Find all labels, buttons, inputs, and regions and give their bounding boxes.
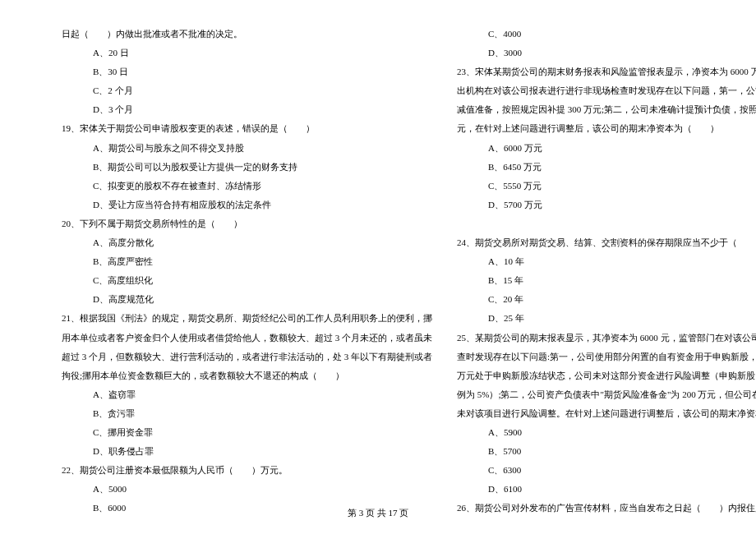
option-line: A、20 日 bbox=[62, 44, 432, 62]
option-line: D、高度规范化 bbox=[62, 290, 432, 309]
option-line: C、6300 bbox=[457, 461, 756, 480]
left-column: 日起（ ）内做出批准或者不批准的决定。 A、20 日 B、30 日 C、2 个月… bbox=[62, 25, 432, 518]
option-line: C、高度组织化 bbox=[62, 271, 432, 290]
option-line: A、5000 bbox=[62, 480, 432, 499]
blank-line bbox=[457, 214, 756, 233]
option-line: C、4000 bbox=[457, 25, 756, 44]
option-line: D、25 年 bbox=[457, 309, 756, 328]
page-footer: 第 3 页 共 17 页 bbox=[0, 507, 756, 519]
option-line: B、30 日 bbox=[62, 62, 432, 81]
text-line: 减值准备，按照规定因补提 300 万元;第二，公司未准确计提预计负债，按照规定因… bbox=[457, 100, 756, 119]
text-line: 拘役;挪用本单位资金数额巨大的，或者数额较大不退还的构成（ ） bbox=[62, 366, 432, 385]
option-line: A、6000 万元 bbox=[457, 139, 756, 158]
option-line: B、期货公司可以为股权受让方提供一定的财务支持 bbox=[62, 158, 432, 177]
option-line: C、挪用资金罪 bbox=[62, 423, 432, 442]
option-line: A、5900 bbox=[457, 423, 756, 442]
text-line: 元，在针对上述问题进行调整后，该公司的期末净资本为（ ） bbox=[457, 119, 756, 138]
text-line: 查时发现存在以下问题:第一，公司使用部分闲置的自有资金用于申购新股，在期末时仍有… bbox=[457, 348, 756, 366]
option-line: B、贪污罪 bbox=[62, 404, 432, 423]
option-line: A、高度分散化 bbox=[62, 233, 432, 252]
option-line: B、6450 万元 bbox=[457, 158, 756, 177]
text-line: 超过 3 个月，但数额较大、进行营利活动的，或者进行非法活动的，处 3 年以下有… bbox=[62, 348, 432, 366]
option-line: D、3000 bbox=[457, 44, 756, 62]
option-line: D、职务侵占罪 bbox=[62, 442, 432, 461]
question-line: 22、期货公司注册资本最低限额为人民币（ ）万元。 bbox=[62, 461, 432, 480]
text-line: 万元处于申购新股冻结状态，公司未对这部分资金进行风险调整（申购新股资金的风险调整… bbox=[457, 366, 756, 385]
question-line: 21、根据我国《刑法》的规定，期货交易所、期货经纪公司的工作人员利用职务上的便利… bbox=[62, 309, 432, 328]
text-line: 用本单位或者客户资金归个人使用或者借贷给他人，数额较大、超过 3 个月未还的，或… bbox=[62, 329, 432, 348]
right-column: C、4000 D、3000 23、宋体某期货公司的期末财务报表和风险监管报表显示… bbox=[457, 25, 756, 518]
option-line: B、15 年 bbox=[457, 271, 756, 290]
text-line: 未对该项目进行风险调整。在针对上述问题进行调整后，该公司的期末净资本为（ ） bbox=[457, 404, 756, 423]
option-line: D、受让方应当符合持有相应股权的法定条件 bbox=[62, 196, 432, 214]
question-line: 23、宋体某期货公司的期末财务报表和风险监管报表显示，净资本为 6000 万元，… bbox=[457, 62, 756, 81]
option-line: C、20 年 bbox=[457, 290, 756, 309]
option-line: C、2 个月 bbox=[62, 81, 432, 100]
option-line: B、5700 bbox=[457, 442, 756, 461]
option-line: B、高度严密性 bbox=[62, 252, 432, 271]
question-line: 20、下列不属于期货交易所特性的是（ ） bbox=[62, 214, 432, 233]
text-line: 出机构在对该公司报表进行进行非现场检查时发现存在以下问题，第一，公司未充分计提资… bbox=[457, 81, 756, 100]
two-column-layout: 日起（ ）内做出批准或者不批准的决定。 A、20 日 B、30 日 C、2 个月… bbox=[62, 25, 694, 518]
option-line: C、拟变更的股权不存在被查封、冻结情形 bbox=[62, 177, 432, 196]
option-line: A、盗窃罪 bbox=[62, 385, 432, 404]
text-line: 日起（ ）内做出批准或者不批准的决定。 bbox=[62, 25, 432, 44]
question-line: 24、期货交易所对期货交易、结算、交割资料的保存期限应当不少于（ ） bbox=[457, 233, 756, 252]
option-line: D、6100 bbox=[457, 480, 756, 499]
option-line: A、期货公司与股东之间不得交叉持股 bbox=[62, 139, 432, 158]
question-line: 25、某期货公司的期末报表显示，其净资本为 6000 元，监管部门在对该公司报表… bbox=[457, 329, 756, 348]
text-line: 例为 5%）;第二，公司资产负债表中"期货风险准备金"为 200 万元，但公司在… bbox=[457, 385, 756, 404]
option-line: A、10 年 bbox=[457, 252, 756, 271]
option-line: D、5700 万元 bbox=[457, 196, 756, 214]
question-line: 19、宋体关于期货公司申请股权变更的表述，错误的是（ ） bbox=[62, 119, 432, 138]
option-line: D、3 个月 bbox=[62, 100, 432, 119]
option-line: C、5550 万元 bbox=[457, 177, 756, 196]
